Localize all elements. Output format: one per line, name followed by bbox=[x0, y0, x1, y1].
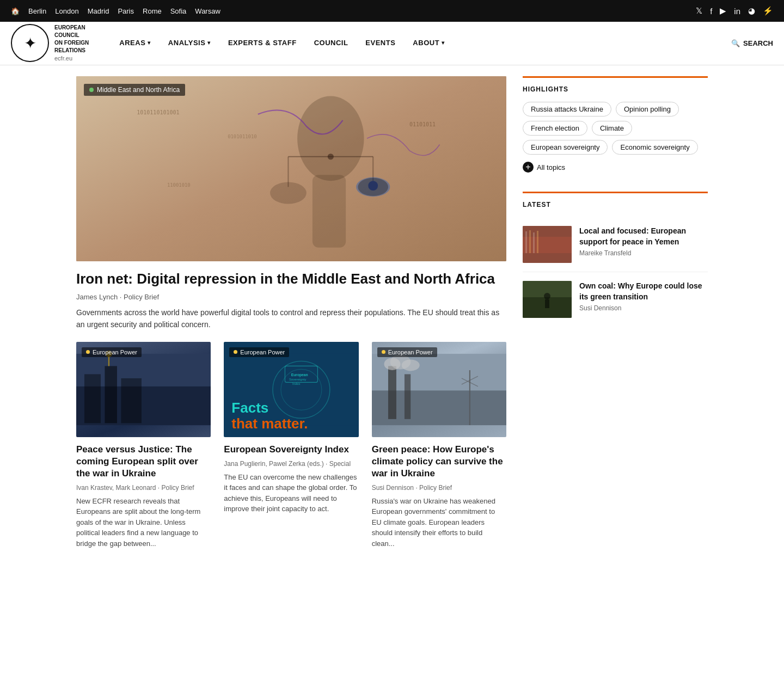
search-button[interactable]: 🔍 SEARCH bbox=[731, 39, 773, 47]
highlights-title: HIGHLIGHTS bbox=[523, 85, 708, 93]
bottom-section: European Power Peace versus Justice: The… bbox=[65, 342, 719, 571]
article-category-1: European Power bbox=[229, 347, 289, 357]
svg-text:01101011: 01101011 bbox=[409, 121, 436, 127]
article-title-1[interactable]: European Sovereignty Index bbox=[224, 444, 358, 456]
chevron-down-icon: ▾ bbox=[207, 40, 211, 46]
facebook-icon[interactable]: f bbox=[710, 7, 712, 16]
chevron-down-icon: ▾ bbox=[148, 40, 151, 46]
article-category-0: European Power bbox=[82, 347, 142, 357]
article-excerpt-2: Russia's war on Ukraine has weakened Eur… bbox=[372, 496, 506, 549]
matter-text: that matter. bbox=[231, 416, 308, 432]
twitter-icon[interactable]: 𝕏 bbox=[696, 6, 702, 16]
rss-icon[interactable]: ⚡ bbox=[763, 6, 773, 16]
article-image-0: European Power bbox=[76, 342, 211, 437]
svg-rect-29 bbox=[105, 366, 117, 423]
hero-category-tag: Middle East and North Africa bbox=[84, 84, 185, 96]
svg-point-8 bbox=[270, 182, 307, 204]
article-title-2[interactable]: Green peace: How Europe's climate policy… bbox=[372, 444, 506, 480]
logo-text: EUROPEAN COUNCIL ON FOREIGN RELATIONS ec… bbox=[54, 24, 89, 63]
city-madrid[interactable]: Madrid bbox=[88, 7, 109, 15]
latest-article-title-1[interactable]: Own coal: Why Europe could lose its gree… bbox=[579, 281, 708, 302]
latest-content-0: Local and focused: European support for … bbox=[579, 226, 708, 263]
svg-point-2 bbox=[297, 96, 364, 181]
nav-council[interactable]: COUNCIL bbox=[305, 22, 357, 65]
latest-author-0: Mareike Transfeld bbox=[579, 249, 708, 257]
article-image-2: European Power bbox=[372, 342, 506, 437]
svg-point-15 bbox=[368, 181, 378, 191]
podcast-icon[interactable]: ◕ bbox=[748, 6, 755, 16]
city-london[interactable]: London bbox=[55, 7, 78, 15]
latest-item-0: Local and focused: European support for … bbox=[523, 217, 708, 272]
tag-opinion-polling[interactable]: Opinion polling bbox=[616, 102, 679, 116]
highlights-section: HIGHLIGHTS Russia attacks Ukraine Opinio… bbox=[523, 76, 708, 175]
latest-item-1: Own coal: Why Europe could lose its gree… bbox=[523, 272, 708, 327]
hero-meta: James Lynch · Policy Brief bbox=[76, 293, 506, 301]
logo[interactable]: ✦ EUROPEAN COUNCIL ON FOREIGN RELATIONS … bbox=[11, 24, 89, 63]
hero-title[interactable]: Iron net: Digital repression in the Midd… bbox=[76, 270, 506, 289]
logo-circle: ✦ bbox=[11, 24, 49, 62]
nav-experts-staff[interactable]: EXPERTS & STAFF bbox=[219, 22, 305, 65]
hero-excerpt: Governments across the world have powerf… bbox=[76, 306, 506, 331]
city-paris[interactable]: Paris bbox=[118, 7, 134, 15]
main-content: 1010110101001 0101011010 11001010 011010… bbox=[76, 76, 506, 331]
thumb-image-coal bbox=[523, 281, 572, 318]
svg-text:11001010: 11001010 bbox=[167, 182, 191, 188]
hero-type: Policy Brief bbox=[124, 293, 159, 301]
svg-point-5 bbox=[328, 154, 334, 159]
tag-russia-ukraine[interactable]: Russia attacks Ukraine bbox=[523, 102, 611, 116]
tag-economic-sovereignty[interactable]: Economic sovereignty bbox=[612, 140, 697, 155]
svg-rect-25 bbox=[545, 299, 549, 308]
city-berlin[interactable]: Berlin bbox=[28, 7, 46, 15]
svg-text:European: European bbox=[291, 373, 308, 377]
article-meta-1: Jana Puglierin, Pawel Zerka (eds.) · Spe… bbox=[224, 460, 358, 468]
article-card-1: European Sovereignty Index European Powe… bbox=[224, 342, 358, 549]
top-navigation: 🏠 Berlin London Madrid Paris Rome Sofia … bbox=[0, 0, 784, 22]
nav-events[interactable]: EVENTS bbox=[357, 22, 404, 65]
tag-french-election[interactable]: French election bbox=[523, 121, 587, 136]
thumb-image-yemen bbox=[523, 226, 572, 263]
linkedin-icon[interactable]: in bbox=[734, 7, 740, 16]
latest-author-1: Susi Dennison bbox=[579, 304, 708, 312]
top-nav-left: 🏠 Berlin London Madrid Paris Rome Sofia … bbox=[11, 7, 220, 15]
content-wrapper: 1010110101001 0101011010 11001010 011010… bbox=[65, 65, 719, 342]
svg-point-24 bbox=[544, 293, 550, 299]
nav-about[interactable]: ABOUT ▾ bbox=[404, 22, 453, 65]
chevron-down-icon: ▾ bbox=[442, 40, 445, 46]
category-dot-yellow-1 bbox=[234, 350, 237, 354]
svg-rect-28 bbox=[84, 374, 101, 423]
search-icon: 🔍 bbox=[731, 39, 740, 47]
svg-text:Sovereignty: Sovereignty bbox=[289, 378, 307, 381]
tag-climate[interactable]: Climate bbox=[592, 121, 632, 136]
all-topics-button[interactable]: + All topics bbox=[523, 159, 565, 175]
top-nav-right: 𝕏 f ▶ in ◕ ⚡ bbox=[696, 6, 773, 16]
latest-title: LATEST bbox=[523, 201, 708, 208]
bottom-sidebar-spacer bbox=[523, 342, 708, 549]
article-excerpt-0: New ECFR research reveals that Europeans… bbox=[76, 496, 211, 549]
home-link[interactable]: 🏠 bbox=[11, 7, 20, 15]
article-card-2: European Power Green peace: How Europe's… bbox=[372, 342, 506, 549]
article-title-0[interactable]: Peace versus Justice: The coming Europea… bbox=[76, 444, 211, 480]
nav-links: AREAS ▾ ANALYSIS ▾ EXPERTS & STAFF COUNC… bbox=[111, 22, 731, 65]
hero-article: 1010110101001 0101011010 11001010 011010… bbox=[76, 76, 506, 331]
svg-rect-21 bbox=[537, 231, 538, 253]
svg-text:0101011010: 0101011010 bbox=[228, 134, 257, 139]
youtube-icon[interactable]: ▶ bbox=[720, 6, 726, 16]
nav-analysis[interactable]: ANALYSIS ▾ bbox=[160, 22, 219, 65]
tag-european-sovereignty[interactable]: European sovereignty bbox=[523, 140, 608, 155]
tags-list: Russia attacks Ukraine Opinion polling F… bbox=[523, 102, 708, 175]
svg-rect-30 bbox=[121, 378, 141, 422]
svg-rect-20 bbox=[533, 232, 535, 253]
city-warsaw[interactable]: Warsaw bbox=[195, 7, 220, 15]
sidebar: HIGHLIGHTS Russia attacks Ukraine Opinio… bbox=[523, 76, 708, 331]
hero-author: James Lynch bbox=[76, 293, 118, 301]
nav-areas[interactable]: AREAS ▾ bbox=[111, 22, 160, 65]
city-sofia[interactable]: Sofia bbox=[170, 7, 187, 15]
latest-article-title-0[interactable]: Local and focused: European support for … bbox=[579, 226, 708, 247]
svg-text:Index: Index bbox=[292, 382, 301, 385]
city-rome[interactable]: Rome bbox=[143, 7, 162, 15]
article-image-1: European Sovereignty Index European Powe… bbox=[224, 342, 358, 437]
category-dot-yellow-0 bbox=[86, 350, 90, 354]
main-navigation: ✦ EUROPEAN COUNCIL ON FOREIGN RELATIONS … bbox=[0, 22, 784, 65]
article-card-0: European Power Peace versus Justice: The… bbox=[76, 342, 211, 549]
svg-rect-18 bbox=[525, 231, 527, 253]
